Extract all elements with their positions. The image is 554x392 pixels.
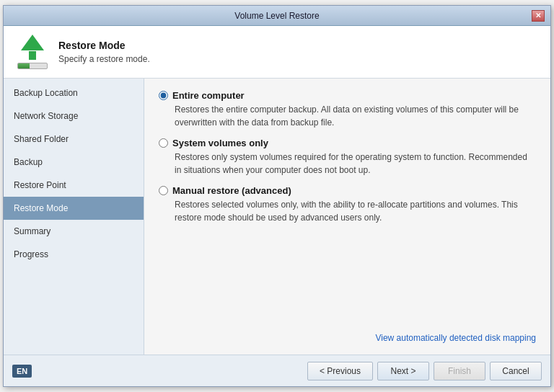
main-content: Backup Location Network Storage Shared F…	[4, 79, 550, 355]
close-button[interactable]: ✕	[532, 10, 545, 22]
option-system-title[interactable]: System volumes only	[172, 138, 268, 148]
restore-icon	[15, 35, 50, 69]
header-panel: Restore Mode Specify a restore mode.	[4, 26, 550, 79]
next-button[interactable]: Next >	[377, 362, 429, 380]
option-system-volumes: System volumes only Restores only system…	[159, 138, 536, 177]
option-entire-title[interactable]: Entire computer	[172, 90, 245, 101]
previous-button[interactable]: < Previous	[307, 362, 373, 380]
option-entire-computer: Entire computer Restores the entire comp…	[159, 90, 536, 129]
header-text: Restore Mode Specify a restore mode.	[58, 40, 150, 64]
option-system-desc: Restores only system volumes required fo…	[175, 151, 536, 177]
sidebar-item-backup[interactable]: Backup	[4, 151, 144, 174]
radio-entire-computer[interactable]	[159, 91, 168, 100]
footer-buttons: < Previous Next > Finish Cancel	[307, 362, 542, 380]
arrow-stem	[29, 51, 36, 60]
titlebar: Volume Level Restore ✕	[4, 6, 550, 26]
content-panel: Entire computer Restores the entire comp…	[144, 79, 550, 355]
disk-mapping-link-row: View automatically detected disk mapping	[159, 326, 536, 343]
option-system-label-row: System volumes only	[159, 138, 536, 148]
progress-fill	[18, 63, 30, 68]
header-title: Restore Mode	[58, 40, 150, 51]
option-manual-desc: Restores selected volumes only, with the…	[175, 198, 536, 224]
sidebar-item-summary[interactable]: Summary	[4, 220, 144, 243]
sidebar-item-restore-point[interactable]: Restore Point	[4, 174, 144, 197]
sidebar-item-progress[interactable]: Progress	[4, 243, 144, 266]
window-title: Volume Level Restore	[22, 11, 532, 21]
header-subtitle: Specify a restore mode.	[58, 54, 150, 64]
radio-manual-restore[interactable]	[159, 186, 168, 195]
option-entire-label-row: Entire computer	[159, 90, 536, 101]
sidebar-item-shared-folder[interactable]: Shared Folder	[4, 128, 144, 151]
disk-mapping-link[interactable]: View automatically detected disk mapping	[375, 333, 536, 343]
option-manual-label-row: Manual restore (advanced)	[159, 185, 536, 196]
cancel-button[interactable]: Cancel	[490, 362, 542, 380]
progress-indicator	[17, 63, 48, 69]
main-window: Volume Level Restore ✕ Restore Mode Spec…	[3, 5, 551, 387]
sidebar-item-backup-location[interactable]: Backup Location	[4, 81, 144, 104]
finish-button[interactable]: Finish	[434, 362, 485, 380]
option-manual-title[interactable]: Manual restore (advanced)	[172, 185, 291, 196]
footer: EN < Previous Next > Finish Cancel	[4, 355, 550, 386]
language-badge: EN	[12, 365, 32, 378]
sidebar: Backup Location Network Storage Shared F…	[4, 79, 144, 355]
restore-mode-options: Entire computer Restores the entire comp…	[159, 90, 536, 224]
option-entire-desc: Restores the entire computer backup. All…	[175, 103, 536, 129]
sidebar-item-network-storage[interactable]: Network Storage	[4, 104, 144, 128]
radio-system-volumes[interactable]	[159, 138, 168, 148]
option-manual-restore: Manual restore (advanced) Restores selec…	[159, 185, 536, 224]
arrow-up-icon	[21, 35, 44, 50]
sidebar-item-restore-mode[interactable]: Restore Mode	[4, 197, 144, 220]
